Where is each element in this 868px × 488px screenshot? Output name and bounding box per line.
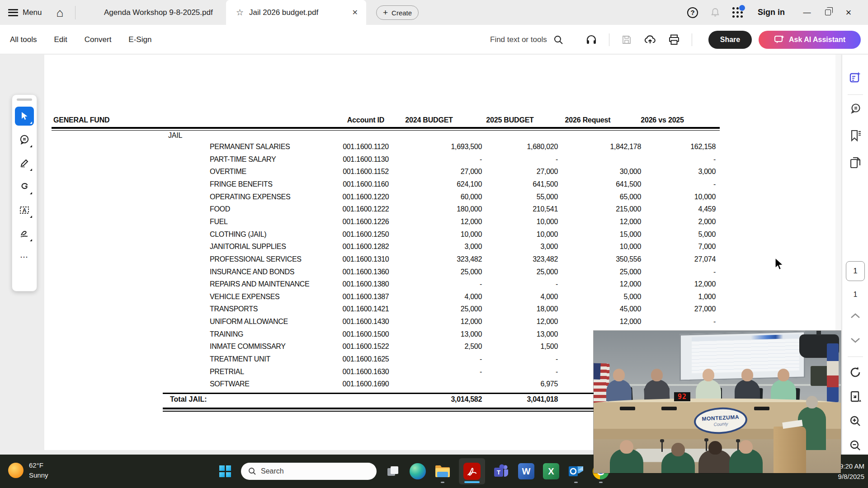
sign-in-button[interactable]: Sign in xyxy=(758,8,785,17)
zoom-out-icon[interactable] xyxy=(848,438,863,453)
restore-icon[interactable] xyxy=(817,0,838,25)
comments-icon[interactable] xyxy=(848,101,863,116)
table-cell: 13,000 xyxy=(404,330,482,338)
signature-pen-icon xyxy=(19,228,30,239)
find-text-button[interactable]: Find text or tools xyxy=(490,25,563,54)
table-cell: 4,000 xyxy=(480,293,558,301)
help-icon[interactable]: ? xyxy=(687,7,698,18)
table-cell: 641,500 xyxy=(480,180,558,188)
table-cell: 25,000 xyxy=(404,268,482,276)
table-cell: 001.1600.1421 xyxy=(327,305,404,313)
tab-jail-budget[interactable]: ☆ Jail 2026 budget.pdf ✕ xyxy=(226,0,366,25)
table-cell: 001.1600.1625 xyxy=(327,355,404,363)
save-icon[interactable] xyxy=(621,34,632,45)
file-explorer-icon[interactable] xyxy=(434,463,451,480)
close-tab-icon[interactable]: ✕ xyxy=(352,8,358,17)
teams-icon[interactable]: T xyxy=(493,463,510,480)
page-number-input[interactable]: 1 xyxy=(846,261,865,281)
total-2025: 3,041,018 xyxy=(480,395,558,404)
table-cell: 12,000 xyxy=(638,280,716,288)
table-cell: 27,000 xyxy=(480,168,558,176)
table-cell: 12,000 xyxy=(563,280,641,288)
print-icon[interactable] xyxy=(668,34,680,46)
tab-agenda-workshop[interactable]: Agenda Workshop 9-8-2025.pdf xyxy=(84,0,219,25)
search-icon xyxy=(553,35,563,45)
table-cell: - xyxy=(404,155,482,164)
chevron-down-icon[interactable] xyxy=(850,337,861,344)
drag-handle[interactable] xyxy=(17,99,32,101)
active-app-indicator xyxy=(464,481,480,483)
minimize-icon[interactable]: — xyxy=(797,0,817,25)
video-nameplate xyxy=(754,407,769,410)
comment-tool[interactable] xyxy=(15,130,34,149)
table-cell: - xyxy=(638,180,716,188)
table-row: PERMANENT SALARIES001.1600.11201,693,500… xyxy=(52,143,720,155)
table-cell: - xyxy=(404,355,482,363)
ai-chat-icon xyxy=(774,35,785,45)
weather-temp: 62°F xyxy=(29,460,48,470)
table-cell: 25,000 xyxy=(480,268,558,276)
table-cell: 30,000 xyxy=(563,168,641,176)
table-cell: 10,000 xyxy=(404,230,482,239)
bell-icon[interactable] xyxy=(710,7,721,18)
edit-button[interactable]: Edit xyxy=(54,35,67,44)
apps-grid-icon[interactable] xyxy=(732,7,743,18)
share-button[interactable]: Share xyxy=(708,31,752,49)
rotate-icon[interactable] xyxy=(848,365,863,380)
table-cell: 45,000 xyxy=(563,305,641,313)
home-icon[interactable]: ⌂ xyxy=(57,7,64,19)
table-cell: - xyxy=(638,318,716,326)
bookmarks-icon[interactable] xyxy=(848,128,863,143)
highlight-tool[interactable] xyxy=(15,154,34,173)
table-row: OVERTIME001.1600.115227,00027,00030,0003… xyxy=(52,168,720,180)
window-close-icon[interactable]: × xyxy=(838,0,859,25)
chevron-up-icon[interactable] xyxy=(850,312,861,319)
table-cell: - xyxy=(404,280,482,288)
star-icon[interactable]: ☆ xyxy=(236,7,244,18)
ai-assistant-icon[interactable] xyxy=(848,70,863,85)
table-cell: 12,000 xyxy=(404,218,482,226)
menu-button[interactable]: Menu xyxy=(23,8,42,17)
table-cell: 10,000 xyxy=(480,218,558,226)
add-text-tool[interactable]: A xyxy=(15,201,34,220)
table-cell: - xyxy=(480,155,558,164)
table-cell: 001.1600.1690 xyxy=(327,380,404,388)
cloud-upload-icon[interactable] xyxy=(644,34,656,46)
pages-icon[interactable] xyxy=(848,155,863,170)
date-label: 9/8/2025 xyxy=(838,471,864,482)
sign-tool[interactable] xyxy=(15,224,34,243)
table-row: TRANSPORTS001.1600.142125,00018,00045,00… xyxy=(52,305,720,318)
table-row: UNIFORM ALLOWANCE001.1600.143012,00012,0… xyxy=(52,318,720,330)
create-button[interactable]: + Create xyxy=(376,5,419,20)
col-header-2026-request: 2026 Request xyxy=(549,116,627,124)
convert-button[interactable]: Convert xyxy=(85,35,112,44)
fit-page-icon[interactable] xyxy=(848,389,863,404)
read-aloud-icon[interactable] xyxy=(585,34,597,46)
outlook-icon[interactable] xyxy=(567,463,585,480)
table-cell: 12,000 xyxy=(563,318,641,326)
table-cell: 641,500 xyxy=(563,180,641,188)
taskbar-clock[interactable]: 9:20 AM 9/8/2025 xyxy=(838,461,864,482)
select-tool[interactable] xyxy=(15,107,34,126)
table-cell: - xyxy=(480,280,558,288)
excel-icon[interactable]: X xyxy=(542,463,560,480)
lasso-icon xyxy=(19,181,30,192)
weather-widget[interactable]: 62°F Sunny xyxy=(8,460,48,480)
edge-icon[interactable] xyxy=(409,463,426,480)
zoom-in-icon[interactable] xyxy=(848,413,863,429)
word-icon[interactable]: W xyxy=(518,463,535,480)
video-state-flag xyxy=(827,343,839,402)
search-input[interactable]: Search xyxy=(241,463,377,480)
all-tools-button[interactable]: All tools xyxy=(10,35,37,44)
start-icon[interactable] xyxy=(217,463,233,479)
draw-tool[interactable] xyxy=(15,177,34,196)
more-tools[interactable]: ⋯ xyxy=(15,248,34,267)
ask-ai-assistant-button[interactable]: Ask AI Assistant xyxy=(759,31,861,49)
table-cell: 3,000 xyxy=(480,243,558,251)
video-audience-member xyxy=(661,452,695,473)
task-view-icon[interactable] xyxy=(384,463,401,480)
esign-button[interactable]: E-Sign xyxy=(128,35,151,44)
acrobat-icon[interactable] xyxy=(459,458,485,484)
meeting-video-overlay[interactable]: 92 MONTEZUMA County xyxy=(594,331,841,473)
hamburger-menu-icon[interactable] xyxy=(8,9,18,16)
